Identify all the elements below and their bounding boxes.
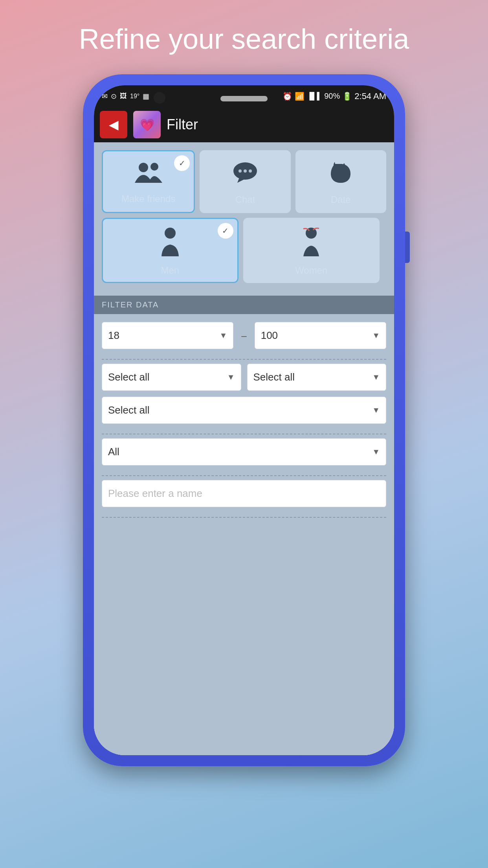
svg-point-3 <box>238 169 242 173</box>
svg-point-5 <box>249 169 252 173</box>
age-min-select[interactable]: 18 ▼ <box>102 322 233 349</box>
image-icon: 🖼 <box>120 92 127 100</box>
category-grid: ✓ Make friends <box>94 142 394 296</box>
category-row-2: ✓ Men <box>102 218 386 283</box>
age-range-separator: – <box>239 322 248 349</box>
all-select[interactable]: All ▼ <box>102 438 386 465</box>
phone-speaker <box>220 96 268 101</box>
main-content: ✓ Make friends <box>94 142 394 755</box>
status-time: 2:54 AM <box>354 91 386 101</box>
women-label: Women <box>295 265 327 276</box>
app-bar-title: Filter <box>167 116 388 133</box>
all-select-label: All <box>108 446 119 458</box>
select-all-1-arrow-icon: ▼ <box>227 373 235 382</box>
battery-icon: 🔋 <box>342 92 352 101</box>
age-range-row: 18 ▼ – 100 ▼ <box>102 322 386 349</box>
filter-data-header: FILTER DATA <box>94 296 394 314</box>
temp-icon: 19° <box>130 93 139 100</box>
chat-label: Chat <box>235 194 255 205</box>
select-all-row-2: Select all ▼ <box>102 397 386 424</box>
category-chat[interactable]: Chat <box>200 150 290 213</box>
age-min-arrow-icon: ▼ <box>220 331 227 340</box>
phone-screen: ✉ ⊙ 🖼 19° ▦ ⏰ 📶 ▐▌▌ 90% 🔋 2:54 AM <box>94 85 394 755</box>
battery-percent: 90% <box>324 92 340 101</box>
age-min-value: 18 <box>108 329 119 342</box>
age-max-select[interactable]: 100 ▼ <box>255 322 386 349</box>
divider-1 <box>102 359 386 360</box>
friends-icon <box>135 161 162 190</box>
women-icon <box>299 227 323 262</box>
all-select-arrow-icon: ▼ <box>372 447 380 456</box>
filter-form: 18 ▼ – 100 ▼ Select all <box>94 314 394 755</box>
app-avatar: 💗 <box>133 111 161 138</box>
age-max-value: 100 <box>261 329 278 342</box>
page-wrapper: Refine your search criteria ✉ ⊙ 🖼 19° ▦ … <box>0 0 488 868</box>
date-icon <box>327 160 354 191</box>
chat-icon <box>231 160 259 191</box>
name-input[interactable]: Please enter a name <box>102 480 386 507</box>
divider-4 <box>102 517 386 518</box>
svg-point-6 <box>165 228 176 239</box>
svg-point-4 <box>244 169 247 173</box>
make-friends-label: Make friends <box>121 193 175 204</box>
svg-point-1 <box>150 163 158 171</box>
select-all-3[interactable]: Select all ▼ <box>102 397 386 424</box>
alarm-icon: ⏰ <box>283 92 292 101</box>
men-icon <box>158 227 182 262</box>
phone-volume-button <box>405 232 410 263</box>
app-bar: ◀ 💗 Filter <box>94 107 394 142</box>
status-left-icons: ✉ ⊙ 🖼 19° ▦ <box>102 92 149 101</box>
category-date[interactable]: Date <box>295 150 386 213</box>
divider-2 <box>102 434 386 434</box>
svg-point-0 <box>139 163 148 172</box>
back-arrow-icon: ◀ <box>109 117 119 132</box>
status-right-icons: ⏰ 📶 ▐▌▌ 90% 🔋 2:54 AM <box>283 91 386 101</box>
category-row-1: ✓ Make friends <box>102 150 386 213</box>
wifi-icon: 📶 <box>295 92 305 101</box>
category-women[interactable]: Women <box>243 218 380 283</box>
name-input-placeholder: Please enter a name <box>108 487 202 499</box>
age-max-arrow-icon: ▼ <box>372 331 380 340</box>
select-all-2-label: Select all <box>253 371 295 383</box>
select-all-3-label: Select all <box>108 404 150 416</box>
divider-3 <box>102 475 386 476</box>
check-badge-men: ✓ <box>218 223 233 239</box>
page-headline: Refine your search criteria <box>67 24 421 55</box>
category-make-friends[interactable]: ✓ Make friends <box>102 150 195 213</box>
phone-device: ✉ ⊙ 🖼 19° ▦ ⏰ 📶 ▐▌▌ 90% 🔋 2:54 AM <box>83 74 405 766</box>
signal-icon: ▐▌▌ <box>307 92 322 100</box>
men-label: Men <box>161 265 179 276</box>
sim-icon: ▦ <box>143 92 149 101</box>
date-label: Date <box>331 194 351 205</box>
back-button[interactable]: ◀ <box>100 111 127 138</box>
select-all-1-label: Select all <box>108 371 150 383</box>
select-all-row-1: Select all ▼ Select all ▼ <box>102 364 386 391</box>
all-dropdown-row: All ▼ <box>102 438 386 465</box>
select-all-2-arrow-icon: ▼ <box>372 373 380 382</box>
select-all-3-arrow-icon: ▼ <box>372 406 380 415</box>
select-all-2[interactable]: Select all ▼ <box>247 364 387 391</box>
check-badge-friends: ✓ <box>174 155 190 171</box>
category-men[interactable]: ✓ Men <box>102 218 238 283</box>
camera-icon: ⊙ <box>111 92 117 101</box>
gmail-icon: ✉ <box>102 92 108 101</box>
phone-camera <box>154 92 165 104</box>
select-all-1[interactable]: Select all ▼ <box>102 364 241 391</box>
